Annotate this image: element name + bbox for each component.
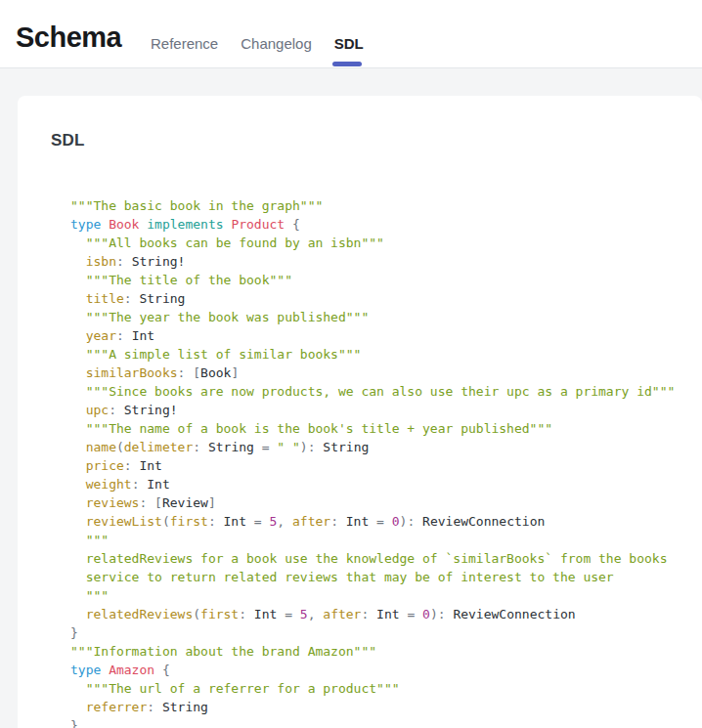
page-header: Schema Reference Changelog SDL (0, 0, 702, 68)
sdl-card: SDL """The basic book in the graph"""typ… (18, 96, 702, 728)
code-line: relatedReviews for a book use the knowle… (70, 549, 702, 568)
tab-reference[interactable]: Reference (151, 35, 218, 53)
code-line: """The url of a referrer for a product""… (70, 679, 702, 698)
code-line: } (70, 716, 702, 728)
code-line: weight: Int (70, 475, 702, 493)
code-line: """ (70, 531, 702, 549)
page-title: Schema (16, 21, 121, 54)
code-line: reviews: [Review] (70, 493, 702, 512)
code-line: service to return related reviews that m… (70, 568, 702, 586)
code-line: """Information about the brand Amazon""" (70, 642, 702, 661)
code-line: title: String (70, 289, 702, 308)
code-line: """All books can be found by an isbn""" (70, 234, 702, 252)
code-line: type Book implements Product { (70, 215, 702, 234)
code-line: """The basic book in the graph""" (70, 196, 702, 215)
code-line: year: Int (70, 326, 702, 345)
active-tab-indicator (332, 62, 362, 66)
code-line: """A simple list of similar books""" (70, 345, 702, 364)
code-line: """The year the book was published""" (70, 308, 702, 326)
sdl-code: """The basic book in the graph"""type Bo… (70, 196, 702, 728)
sdl-card-heading: SDL (51, 131, 702, 150)
code-line: """Since books are now products, we can … (70, 382, 702, 401)
code-line: price: Int (70, 456, 702, 475)
tab-changelog[interactable]: Changelog (241, 35, 312, 53)
code-line: name(delimeter: String = " "): String (70, 438, 702, 456)
code-line: type Amazon { (70, 661, 702, 679)
tab-sdl-label: SDL (334, 35, 364, 52)
code-line: } (70, 623, 702, 642)
code-line: similarBooks: [Book] (70, 364, 702, 382)
code-line: isbn: String! (70, 252, 702, 271)
code-line: upc: String! (70, 401, 702, 419)
code-line: relatedReviews(first: Int = 5, after: In… (70, 605, 702, 623)
code-line: reviewList(first: Int = 5, after: Int = … (70, 512, 702, 531)
code-line: """The title of the book""" (70, 271, 702, 289)
main-area: SDL """The basic book in the graph"""typ… (0, 68, 702, 728)
code-line: referrer: String (70, 698, 702, 716)
tab-bar: Reference Changelog SDL (151, 35, 364, 53)
code-line: """ (70, 586, 702, 605)
tab-sdl[interactable]: SDL (334, 35, 364, 53)
code-line: """The name of a book is the book's titl… (70, 419, 702, 438)
